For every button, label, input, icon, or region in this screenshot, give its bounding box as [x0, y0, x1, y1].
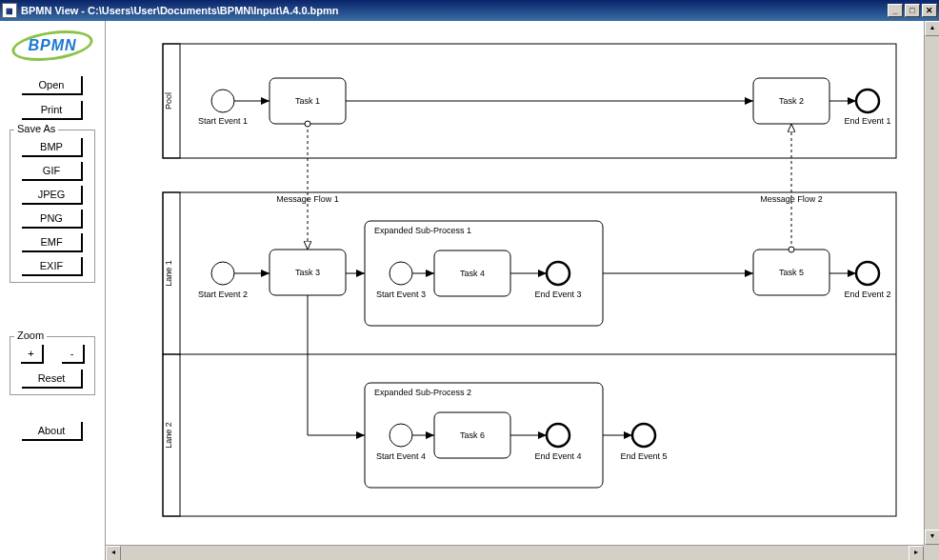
scroll-down-button[interactable]: ▾ — [925, 530, 939, 545]
lane-2-label: Lane 2 — [164, 422, 173, 449]
saveas-legend: Save As — [14, 123, 58, 134]
zoom-legend: Zoom — [14, 330, 47, 341]
message-flow-1-label: Message Flow 1 — [276, 194, 339, 204]
pool-1-label: Pool — [164, 92, 173, 110]
bpmn-diagram: Pool Start Event 1 Task 1 Task 2 End Eve… — [106, 21, 921, 543]
start-event-3[interactable] — [390, 262, 412, 285]
start-event-4[interactable] — [390, 424, 412, 447]
lane-1-label: Lane 1 — [164, 260, 173, 287]
task-3-label: Task 3 — [295, 268, 320, 277]
scrollbar-corner — [924, 545, 939, 560]
end-event-4-label: End Event 4 — [534, 451, 581, 461]
end-event-5-label: End Event 5 — [620, 451, 667, 461]
message-flow-2-label: Message Flow 2 — [760, 194, 823, 204]
save-exif-button[interactable]: EXIF — [22, 257, 83, 276]
minimize-button[interactable]: _ — [888, 4, 903, 17]
close-button[interactable]: ✕ — [922, 4, 937, 17]
maximize-button[interactable]: □ — [905, 4, 920, 17]
save-gif-button[interactable]: GIF — [22, 162, 83, 181]
window-title: BPMN View - C:\Users\User\Documents\BPMN… — [21, 5, 888, 16]
sub-process-1-label: Expanded Sub-Process 1 — [374, 226, 471, 235]
end-event-3-label: End Event 3 — [534, 290, 581, 299]
horizontal-scrollbar[interactable]: ◂ ▸ — [106, 545, 924, 560]
zoom-reset-button[interactable]: Reset — [22, 370, 83, 389]
start-event-2-label: Start Event 2 — [198, 290, 248, 299]
flow-t3-sub2[interactable] — [308, 295, 365, 435]
save-png-button[interactable]: PNG — [22, 210, 83, 229]
start-event-2[interactable] — [211, 262, 234, 285]
logo: BPMN — [10, 29, 95, 63]
save-bmp-button[interactable]: BMP — [22, 138, 83, 157]
zoom-out-button[interactable]: - — [62, 345, 85, 364]
end-event-1[interactable] — [856, 90, 879, 112]
diagram-canvas-wrap: Pool Start Event 1 Task 1 Task 2 End Eve… — [105, 21, 939, 560]
end-event-4[interactable] — [547, 424, 569, 447]
sidebar: BPMN Open Print Save As BMP GIF JPEG PNG… — [0, 21, 105, 560]
task-2-label: Task 2 — [779, 96, 804, 106]
vertical-scrollbar[interactable]: ▴ ▾ — [924, 21, 939, 545]
logo-text: BPMN — [28, 37, 76, 54]
zoom-group: Zoom + - Reset — [10, 336, 95, 395]
end-event-2-label: End Event 2 — [844, 290, 890, 299]
zoom-in-button[interactable]: + — [21, 345, 44, 364]
save-jpeg-button[interactable]: JPEG — [22, 186, 83, 205]
diagram-canvas[interactable]: Pool Start Event 1 Task 1 Task 2 End Eve… — [106, 21, 939, 560]
start-event-4-label: Start Event 4 — [376, 451, 426, 461]
scroll-up-button[interactable]: ▴ — [925, 21, 939, 36]
end-event-3[interactable] — [547, 262, 569, 285]
task-5-label: Task 5 — [779, 268, 804, 277]
end-event-5[interactable] — [632, 424, 655, 447]
saveas-group: Save As BMP GIF JPEG PNG EMF EXIF — [10, 130, 95, 283]
scroll-left-button[interactable]: ◂ — [106, 546, 121, 560]
task-6-label: Task 6 — [460, 430, 485, 440]
task-1-label: Task 1 — [295, 96, 320, 106]
window-titlebar: ▦ BPMN View - C:\Users\User\Documents\BP… — [0, 0, 939, 21]
task-4-label: Task 4 — [460, 269, 485, 278]
start-event-1[interactable] — [211, 90, 234, 112]
open-button[interactable]: Open — [22, 76, 83, 95]
end-event-2[interactable] — [856, 262, 879, 285]
print-button[interactable]: Print — [22, 101, 83, 120]
start-event-1-label: Start Event 1 — [198, 116, 248, 126]
sub-process-2-label: Expanded Sub-Process 2 — [374, 388, 471, 397]
about-button[interactable]: About — [22, 422, 83, 441]
app-icon: ▦ — [2, 3, 17, 18]
scroll-right-button[interactable]: ▸ — [909, 546, 924, 560]
start-event-3-label: Start Event 3 — [376, 290, 426, 299]
save-emf-button[interactable]: EMF — [22, 233, 83, 252]
end-event-1-label: End Event 1 — [844, 116, 890, 126]
